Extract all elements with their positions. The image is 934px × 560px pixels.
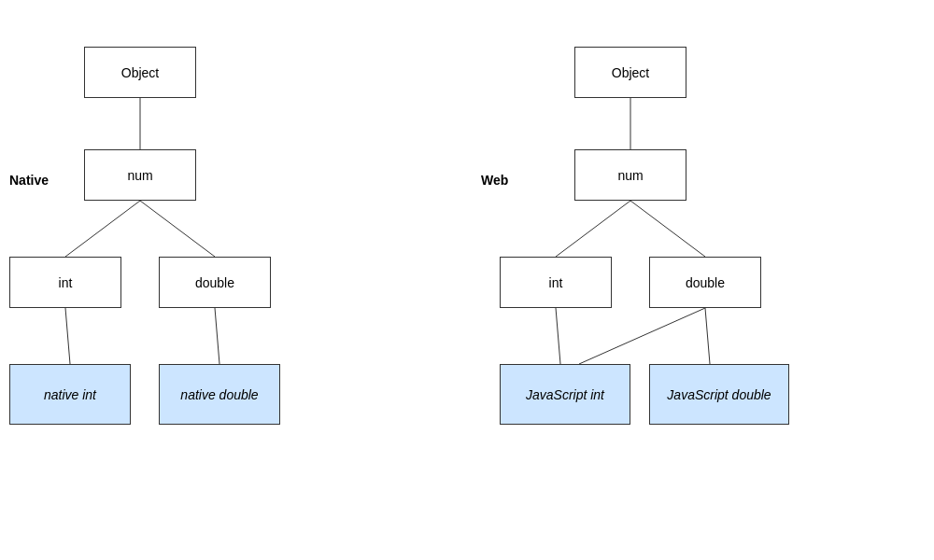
svg-line-4 [215,308,219,364]
web-object-box: Object [574,47,686,98]
svg-line-6 [556,201,630,257]
diagrams-container: Native Object num int double [0,0,934,560]
svg-line-2 [140,201,215,257]
native-object-box: Object [84,47,196,98]
svg-line-7 [630,201,705,257]
web-double-box: double [649,257,761,308]
native-int-leaf-label: native int [44,387,96,402]
native-double-box: double [159,257,271,308]
native-double-label: double [195,275,234,290]
web-double-label: double [686,275,725,290]
svg-line-8 [556,308,560,364]
svg-line-3 [65,308,70,364]
native-object-label: Object [121,65,159,80]
web-object-label: Object [612,65,649,80]
web-js-int-label: JavaScript int [526,387,604,402]
native-int-leaf-box: native int [9,364,131,425]
web-num-box: num [574,149,686,201]
native-diagram: Native Object num int double [9,19,453,541]
native-double-leaf-box: native double [159,364,280,425]
svg-line-1 [65,201,140,257]
web-num-label: num [617,168,643,183]
web-label: Web [481,173,508,188]
web-js-double-label: JavaScript double [667,387,771,402]
web-int-label: int [549,275,563,290]
native-label: Native [9,173,49,188]
svg-line-9 [579,308,705,364]
native-num-box: num [84,149,196,201]
web-int-box: int [500,257,612,308]
svg-line-10 [705,308,710,364]
native-int-box: int [9,257,121,308]
web-js-double-box: JavaScript double [649,364,789,425]
native-double-leaf-label: native double [180,387,258,402]
native-int-label: int [59,275,73,290]
web-diagram: Web Object num int double [481,19,925,541]
native-num-label: num [127,168,152,183]
web-js-int-box: JavaScript int [500,364,630,425]
